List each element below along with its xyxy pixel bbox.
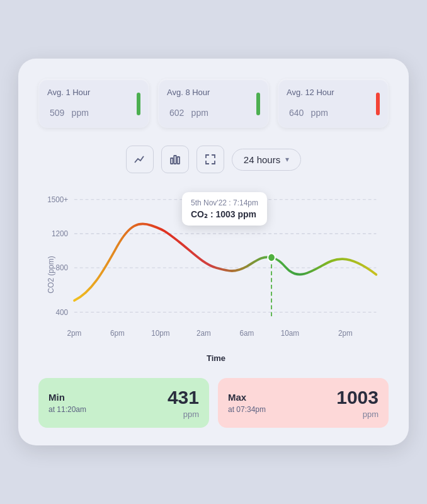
chart-container: 1500+ 1200 800 400 2pm 6pm 10pm 2am 6am … — [43, 186, 389, 350]
svg-text:800: 800 — [56, 263, 69, 273]
stat-indicator-8h — [256, 93, 260, 115]
svg-text:10pm: 10pm — [151, 329, 169, 338]
svg-text:1500+: 1500+ — [47, 195, 68, 204]
time-dropdown-label: 24 hours — [244, 154, 280, 165]
stat-card-1h: Avg. 1 Hour 509 ppm — [38, 79, 149, 128]
svg-text:1200: 1200 — [52, 229, 68, 239]
bottom-row: Min at 11:20am 431 ppm Max at 07:34pm 10… — [38, 378, 389, 428]
time-dropdown[interactable]: 24 hours ▾ — [232, 149, 301, 171]
svg-text:400: 400 — [56, 307, 69, 317]
stat-label-1h: Avg. 1 Hour — [47, 88, 90, 97]
stat-card-12h: Avg. 12 Hour 640 ppm — [278, 79, 389, 128]
svg-text:2pm: 2pm — [67, 329, 82, 338]
svg-point-19 — [268, 253, 275, 261]
svg-rect-0 — [171, 158, 173, 164]
svg-text:6pm: 6pm — [110, 329, 125, 338]
svg-text:10am: 10am — [281, 329, 299, 338]
max-value: 1003 — [336, 387, 379, 408]
min-label: Min — [48, 392, 86, 403]
line-chart-button[interactable] — [126, 146, 154, 173]
chart-svg: 1500+ 1200 800 400 2pm 6pm 10pm 2am 6am … — [43, 186, 389, 350]
dropdown-arrow-icon: ▾ — [285, 155, 289, 164]
stat-value-1h: 509 ppm — [47, 101, 90, 120]
svg-rect-2 — [177, 157, 179, 164]
svg-text:2am: 2am — [196, 329, 211, 338]
stat-indicator-12h — [376, 93, 380, 115]
toolbar: 24 hours ▾ — [38, 146, 389, 173]
max-card: Max at 07:34pm 1003 ppm — [218, 378, 389, 428]
min-sub: at 11:20am — [48, 405, 86, 414]
stat-value-8h: 602 ppm — [167, 101, 210, 120]
stat-indicator-1h — [137, 93, 140, 115]
svg-text:2pm: 2pm — [338, 329, 353, 338]
expand-button[interactable] — [196, 146, 224, 173]
chart-area: CO2 (ppm) — [38, 186, 389, 363]
stat-value-12h: 640 ppm — [287, 101, 334, 120]
main-card: Avg. 1 Hour 509 ppm Avg. 8 Hour 602 ppm … — [18, 59, 409, 445]
stat-label-8h: Avg. 8 Hour — [167, 88, 210, 97]
bar-chart-button[interactable] — [161, 146, 189, 173]
max-sub: at 07:34pm — [228, 405, 266, 414]
svg-text:6am: 6am — [240, 329, 254, 338]
max-unit: ppm — [336, 410, 379, 419]
min-value: 431 — [168, 387, 199, 408]
stat-card-8h: Avg. 8 Hour 602 ppm — [158, 79, 269, 128]
svg-rect-1 — [174, 156, 176, 164]
min-card: Min at 11:20am 431 ppm — [38, 378, 209, 428]
min-unit: ppm — [168, 410, 199, 419]
stat-row: Avg. 1 Hour 509 ppm Avg. 8 Hour 602 ppm … — [38, 79, 389, 128]
stat-label-12h: Avg. 12 Hour — [287, 88, 334, 97]
max-label: Max — [228, 392, 266, 403]
chart-x-label: Time — [43, 353, 389, 363]
